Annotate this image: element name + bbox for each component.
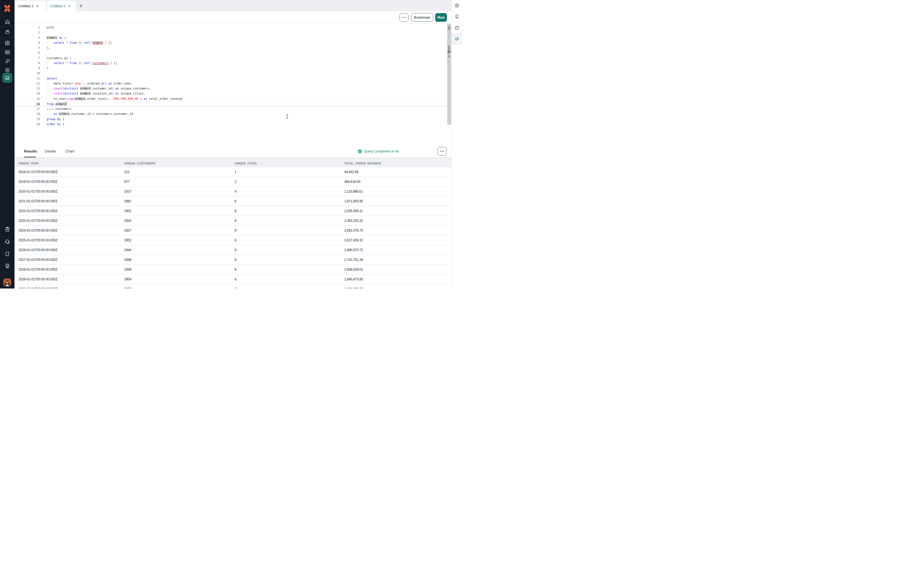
code-line-20[interactable]: 20order by 1: [15, 121, 447, 127]
results-table-area: ORDER_YEARUNIQUE_CUSTOMERSUNIQUE_CITIEST…: [15, 158, 451, 288]
code-line-11[interactable]: 11select: [15, 76, 447, 81]
table-cell: 2022-01-01T00:00:00.000Z: [15, 209, 124, 213]
code-line-19[interactable]: 19group by 1: [15, 116, 447, 121]
run-button[interactable]: Run: [435, 13, 447, 22]
right-sidebar-item-bookmarks[interactable]: [452, 11, 462, 22]
column-header-total_order_revenue[interactable]: TOTAL_ORDER_REVENUE: [344, 162, 451, 165]
table-row[interactable]: 2028-01-01T00:00:00.000Z294962,808,539.0…: [15, 265, 451, 274]
code-text: join customers: [47, 106, 71, 111]
sidebar-item-collections[interactable]: [0, 27, 15, 37]
table-row[interactable]: 2029-01-01T00:00:00.000Z295462,845,473.9…: [15, 274, 451, 284]
app-logo[interactable]: [0, 0, 15, 17]
tab-close-icon[interactable]: ×: [68, 4, 71, 8]
code-line-3[interactable]: 3orders as (: [15, 35, 447, 40]
sidebar-item-docs[interactable]: [0, 249, 15, 258]
results-more-button[interactable]: [438, 147, 447, 156]
linked-windows-icon: [5, 58, 10, 64]
file-tab-2[interactable]: Untitled 1×: [47, 1, 76, 11]
table-cell: 1,115,869.51: [344, 190, 451, 193]
code-text: select: [47, 76, 57, 81]
more-options-button[interactable]: [399, 13, 409, 22]
column-header-order_year[interactable]: ORDER_YEAR: [15, 162, 124, 165]
table-cell: 2,453,253.32: [344, 219, 451, 223]
table-cell: 2020-01-01T00:00:00.000Z: [15, 190, 124, 193]
results-tab-chart[interactable]: Chart: [66, 145, 74, 158]
column-header-unique_cities[interactable]: UNIQUE_CITIES: [234, 162, 344, 165]
sidebar-item-compute[interactable]: [0, 73, 15, 83]
table-cell: 6: [234, 277, 344, 281]
sidebar-item-changelog[interactable]: [0, 224, 15, 234]
table-row[interactable]: 2021-01-01T00:00:00.000Z266161,871,800.8…: [15, 197, 451, 206]
compass-icon: [454, 3, 460, 8]
new-tab-button[interactable]: +: [77, 2, 85, 10]
table-row-cells: 2025-01-01T00:00:00.000Z293262,617,453.3…: [15, 235, 451, 245]
code-line-14[interactable]: 14 count(distinct orders.location_id) as…: [15, 91, 447, 96]
sql-editor[interactable]: 1with23orders as (4 select * from {{ ref…: [15, 24, 451, 145]
code-line-9[interactable]: 9): [15, 66, 447, 71]
right-sidebar-item-explore[interactable]: [452, 0, 462, 11]
table-row[interactable]: 2023-01-01T00:00:00.000Z293062,453,253.3…: [15, 216, 451, 226]
table-row[interactable]: 2019-01-01T00:00:00.000Z9772494,818.00: [15, 177, 451, 187]
success-check-icon: [358, 150, 362, 153]
building-icon: [5, 263, 10, 269]
query-status-text: Query completed in 4s: [364, 150, 399, 153]
code-line-15[interactable]: 15 to_char(sum(orders.order_total), '999…: [15, 96, 447, 101]
code-line-7[interactable]: 7customers as (: [15, 55, 447, 61]
code-line-6[interactable]: 6: [15, 50, 447, 55]
code-line-12[interactable]: 12 date_trunc('year', ordered_at) as ord…: [15, 81, 447, 86]
table-cell: 2024-01-01T00:00:00.000Z: [15, 229, 124, 232]
right-sidebar-item-ai-assistant[interactable]: [452, 34, 462, 45]
code-line-4[interactable]: 4 select * from {{ ref('orders') }}: [15, 40, 447, 45]
results-header: ResultsDetailsChart Query completed in 4…: [15, 145, 451, 158]
results-tab-details[interactable]: Details: [45, 145, 56, 158]
table-row[interactable]: 2025-01-01T00:00:00.000Z293262,617,453.3…: [15, 235, 451, 245]
left-sidebar: [0, 0, 15, 288]
table-row[interactable]: 2030-01-01T00:00:00.000Z287961,841,049.3…: [15, 284, 451, 288]
table-cell: 2019-01-01T00:00:00.000Z: [15, 180, 124, 184]
table-row[interactable]: 2022-01-01T00:00:00.000Z290262,325,556.1…: [15, 206, 451, 216]
code-line-8[interactable]: 8 select * from {{ ref('customers') }}: [15, 61, 447, 66]
bookmark-button[interactable]: Bookmark: [411, 13, 433, 22]
sidebar-item-apps[interactable]: [0, 38, 15, 48]
home-icon: [5, 19, 10, 25]
sidebar-item-code[interactable]: [0, 47, 15, 57]
table-row[interactable]: 2024-01-01T00:00:00.000Z292762,551,076.7…: [15, 226, 451, 235]
sidebar-item-organization[interactable]: [0, 261, 15, 271]
code-line-18[interactable]: 18 on orders.customer_id = customers.cus…: [15, 111, 447, 116]
line-number: 11: [15, 76, 40, 81]
sidebar-item-support[interactable]: [0, 237, 15, 246]
line-number: 4: [15, 40, 40, 45]
compass-icon: [5, 67, 10, 73]
table-row[interactable]: 2020-01-01T00:00:00.000Z191741,115,869.5…: [15, 187, 451, 197]
table-row[interactable]: 2027-01-01T00:00:00.000Z294662,742,751.3…: [15, 255, 451, 265]
results-tab-results[interactable]: Results: [24, 145, 36, 158]
user-avatar[interactable]: [3, 279, 11, 286]
table-cell: 2902: [124, 209, 234, 213]
table-row[interactable]: 2018-01-01T00:00:00.000Z221144,442.65: [15, 167, 451, 177]
sidebar-item-shared[interactable]: [0, 56, 15, 66]
table-cell: 2944: [124, 248, 234, 252]
code-line-1[interactable]: 1with: [15, 25, 447, 30]
table-row[interactable]: 2026-01-01T00:00:00.000Z294462,690,570.7…: [15, 245, 451, 255]
code-line-2[interactable]: 2: [15, 30, 447, 35]
app-window: Untitled 1×Untitled 1× + Bookmark Run 1w…: [0, 0, 462, 288]
file-tab-1[interactable]: Untitled 1×: [15, 1, 46, 11]
line-number: 14: [15, 91, 40, 96]
table-row-cells: 2022-01-01T00:00:00.000Z290262,325,556.1…: [15, 206, 451, 216]
sidebar-item-home[interactable]: [0, 17, 15, 26]
table-cell: 2954: [124, 277, 234, 281]
tab-close-icon[interactable]: ×: [36, 4, 39, 8]
code-line-5[interactable]: 5),: [15, 45, 447, 50]
text-caret: [66, 102, 67, 106]
code-line-17[interactable]: 17join customers: [15, 106, 447, 111]
scroll-cursor-marker: [447, 51, 451, 52]
tab-bar: Untitled 1×Untitled 1× +: [15, 0, 451, 11]
code-line-16[interactable]: 16from orders: [15, 101, 447, 106]
code-line-13[interactable]: 13 count(distinct orders.customer_id) as…: [15, 86, 447, 91]
table-cell: 6: [234, 229, 344, 232]
right-sidebar-item-history[interactable]: [452, 22, 462, 34]
column-header-unique_customers[interactable]: UNIQUE_CUSTOMERS: [124, 162, 234, 165]
code-line-10[interactable]: 10: [15, 71, 447, 76]
table-header-row: ORDER_YEARUNIQUE_CUSTOMERSUNIQUE_CITIEST…: [15, 160, 451, 167]
editor-scrollbar[interactable]: [447, 24, 451, 125]
